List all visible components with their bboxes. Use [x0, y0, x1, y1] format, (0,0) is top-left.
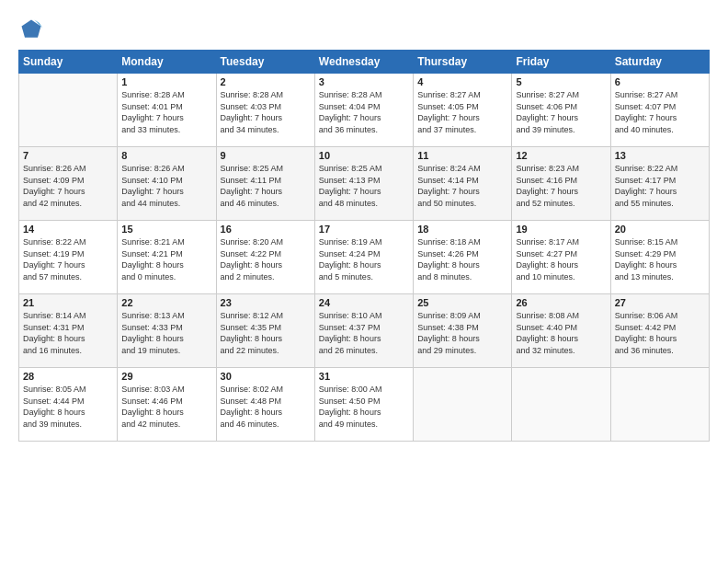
calendar-cell: 23Sunrise: 8:12 AM Sunset: 4:35 PM Dayli… [216, 294, 314, 368]
cell-content: Sunrise: 8:27 AM Sunset: 4:07 PM Dayligh… [615, 89, 705, 135]
day-number: 15 [121, 224, 211, 235]
cell-content: Sunrise: 8:05 AM Sunset: 4:44 PM Dayligh… [23, 384, 113, 430]
calendar-cell: 13Sunrise: 8:22 AM Sunset: 4:17 PM Dayli… [610, 147, 709, 221]
calendar-cell [610, 368, 709, 442]
day-number: 17 [319, 224, 409, 235]
week-row-5: 28Sunrise: 8:05 AM Sunset: 4:44 PM Dayli… [19, 368, 710, 442]
cell-content: Sunrise: 8:15 AM Sunset: 4:29 PM Dayligh… [615, 236, 705, 282]
day-number: 1 [121, 76, 211, 87]
cell-content: Sunrise: 8:24 AM Sunset: 4:14 PM Dayligh… [417, 163, 507, 209]
day-number: 2 [221, 76, 311, 87]
cell-content: Sunrise: 8:22 AM Sunset: 4:19 PM Dayligh… [23, 236, 113, 282]
calendar-cell: 1Sunrise: 8:28 AM Sunset: 4:01 PM Daylig… [118, 74, 216, 147]
cell-content: Sunrise: 8:28 AM Sunset: 4:03 PM Dayligh… [221, 89, 311, 135]
cell-content: Sunrise: 8:00 AM Sunset: 4:50 PM Dayligh… [319, 384, 409, 430]
cell-content: Sunrise: 8:26 AM Sunset: 4:10 PM Dayligh… [121, 163, 211, 209]
day-number: 16 [221, 224, 311, 235]
calendar-cell: 30Sunrise: 8:02 AM Sunset: 4:48 PM Dayli… [216, 368, 314, 442]
day-number: 26 [516, 297, 606, 308]
calendar-cell: 15Sunrise: 8:21 AM Sunset: 4:21 PM Dayli… [118, 221, 216, 294]
col-header-wednesday: Wednesday [314, 51, 413, 74]
day-number: 31 [319, 371, 409, 382]
day-number: 12 [516, 150, 606, 161]
col-header-tuesday: Tuesday [216, 51, 314, 74]
day-number: 27 [615, 297, 705, 308]
cell-content: Sunrise: 8:14 AM Sunset: 4:31 PM Dayligh… [23, 310, 113, 356]
col-header-saturday: Saturday [610, 51, 709, 74]
calendar-cell: 2Sunrise: 8:28 AM Sunset: 4:03 PM Daylig… [216, 74, 314, 147]
cell-content: Sunrise: 8:25 AM Sunset: 4:11 PM Dayligh… [221, 163, 311, 209]
calendar-cell: 5Sunrise: 8:27 AM Sunset: 4:06 PM Daylig… [512, 74, 610, 147]
cell-content: Sunrise: 8:09 AM Sunset: 4:38 PM Dayligh… [417, 310, 507, 356]
day-number: 30 [221, 371, 311, 382]
cell-content: Sunrise: 8:13 AM Sunset: 4:33 PM Dayligh… [121, 310, 211, 356]
calendar-cell [512, 368, 610, 442]
calendar-cell: 7Sunrise: 8:26 AM Sunset: 4:09 PM Daylig… [19, 147, 118, 221]
day-number: 4 [417, 76, 507, 87]
cell-content: Sunrise: 8:21 AM Sunset: 4:21 PM Dayligh… [121, 236, 211, 282]
calendar-cell: 10Sunrise: 8:25 AM Sunset: 4:13 PM Dayli… [314, 147, 413, 221]
calendar-cell: 25Sunrise: 8:09 AM Sunset: 4:38 PM Dayli… [414, 294, 512, 368]
day-number: 23 [221, 297, 311, 308]
day-number: 20 [615, 224, 705, 235]
week-row-1: 1Sunrise: 8:28 AM Sunset: 4:01 PM Daylig… [19, 74, 710, 147]
calendar-cell: 20Sunrise: 8:15 AM Sunset: 4:29 PM Dayli… [610, 221, 709, 294]
day-number: 22 [121, 297, 211, 308]
cell-content: Sunrise: 8:27 AM Sunset: 4:05 PM Dayligh… [417, 89, 507, 135]
calendar-cell: 17Sunrise: 8:19 AM Sunset: 4:24 PM Dayli… [314, 221, 413, 294]
cell-content: Sunrise: 8:28 AM Sunset: 4:01 PM Dayligh… [121, 89, 211, 135]
day-number: 3 [319, 76, 409, 87]
day-number: 10 [319, 150, 409, 161]
cell-content: Sunrise: 8:10 AM Sunset: 4:37 PM Dayligh… [319, 310, 409, 356]
cell-content: Sunrise: 8:27 AM Sunset: 4:06 PM Dayligh… [516, 89, 606, 135]
cell-content: Sunrise: 8:06 AM Sunset: 4:42 PM Dayligh… [615, 310, 705, 356]
day-number: 14 [23, 224, 113, 235]
day-number: 11 [417, 150, 507, 161]
day-number: 9 [221, 150, 311, 161]
calendar-cell: 24Sunrise: 8:10 AM Sunset: 4:37 PM Dayli… [314, 294, 413, 368]
logo [18, 17, 48, 42]
day-number: 28 [23, 371, 113, 382]
col-header-sunday: Sunday [19, 51, 118, 74]
calendar-page: SundayMondayTuesdayWednesdayThursdayFrid… [0, 0, 728, 451]
week-row-3: 14Sunrise: 8:22 AM Sunset: 4:19 PM Dayli… [19, 221, 710, 294]
calendar-cell: 18Sunrise: 8:18 AM Sunset: 4:26 PM Dayli… [414, 221, 512, 294]
cell-content: Sunrise: 8:17 AM Sunset: 4:27 PM Dayligh… [516, 236, 606, 282]
day-number: 6 [615, 76, 705, 87]
calendar-cell [414, 368, 512, 442]
calendar-cell [19, 74, 118, 147]
calendar-cell: 3Sunrise: 8:28 AM Sunset: 4:04 PM Daylig… [314, 74, 413, 147]
day-number: 21 [23, 297, 113, 308]
calendar-cell: 28Sunrise: 8:05 AM Sunset: 4:44 PM Dayli… [19, 368, 118, 442]
calendar-cell: 9Sunrise: 8:25 AM Sunset: 4:11 PM Daylig… [216, 147, 314, 221]
day-number: 29 [121, 371, 211, 382]
logo-icon [18, 17, 44, 42]
calendar-cell: 26Sunrise: 8:08 AM Sunset: 4:40 PM Dayli… [512, 294, 610, 368]
calendar-cell: 22Sunrise: 8:13 AM Sunset: 4:33 PM Dayli… [118, 294, 216, 368]
calendar-cell: 27Sunrise: 8:06 AM Sunset: 4:42 PM Dayli… [610, 294, 709, 368]
cell-content: Sunrise: 8:28 AM Sunset: 4:04 PM Dayligh… [319, 89, 409, 135]
day-number: 13 [615, 150, 705, 161]
cell-content: Sunrise: 8:08 AM Sunset: 4:40 PM Dayligh… [516, 310, 606, 356]
calendar-cell: 16Sunrise: 8:20 AM Sunset: 4:22 PM Dayli… [216, 221, 314, 294]
calendar-cell: 29Sunrise: 8:03 AM Sunset: 4:46 PM Dayli… [118, 368, 216, 442]
calendar-cell: 31Sunrise: 8:00 AM Sunset: 4:50 PM Dayli… [314, 368, 413, 442]
cell-content: Sunrise: 8:20 AM Sunset: 4:22 PM Dayligh… [221, 236, 311, 282]
calendar-table: SundayMondayTuesdayWednesdayThursdayFrid… [18, 50, 710, 442]
day-number: 24 [319, 297, 409, 308]
col-header-thursday: Thursday [414, 51, 512, 74]
day-number: 18 [417, 224, 507, 235]
cell-content: Sunrise: 8:22 AM Sunset: 4:17 PM Dayligh… [615, 163, 705, 209]
calendar-cell: 4Sunrise: 8:27 AM Sunset: 4:05 PM Daylig… [414, 74, 512, 147]
calendar-cell: 6Sunrise: 8:27 AM Sunset: 4:07 PM Daylig… [610, 74, 709, 147]
calendar-cell: 14Sunrise: 8:22 AM Sunset: 4:19 PM Dayli… [19, 221, 118, 294]
cell-content: Sunrise: 8:25 AM Sunset: 4:13 PM Dayligh… [319, 163, 409, 209]
calendar-cell: 8Sunrise: 8:26 AM Sunset: 4:10 PM Daylig… [118, 147, 216, 221]
day-number: 5 [516, 76, 606, 87]
day-number: 25 [417, 297, 507, 308]
cell-content: Sunrise: 8:19 AM Sunset: 4:24 PM Dayligh… [319, 236, 409, 282]
col-header-monday: Monday [118, 51, 216, 74]
week-row-4: 21Sunrise: 8:14 AM Sunset: 4:31 PM Dayli… [19, 294, 710, 368]
col-header-friday: Friday [512, 51, 610, 74]
day-number: 7 [23, 150, 113, 161]
